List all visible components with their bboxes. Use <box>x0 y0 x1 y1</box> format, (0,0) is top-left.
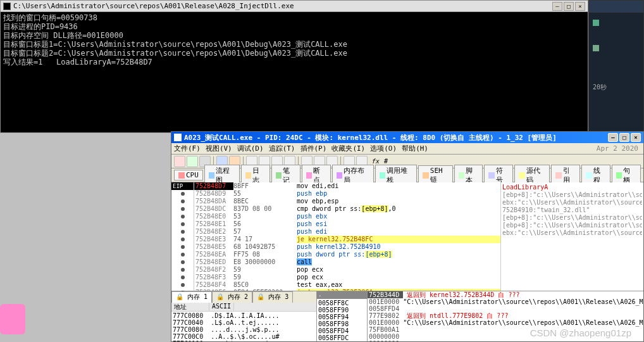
info-line: [ebp+8]:"c:\\Users\\Administrator\\sourc… <box>502 222 642 229</box>
disassembly[interactable]: 752B48D78BFFmov edi,edi752B48D955push eb… <box>194 182 500 291</box>
info-line: LoadLibraryA <box>502 184 642 191</box>
breakpoint-dot[interactable] <box>181 238 185 241</box>
memory-panel: 🔒 内存 1🔒 内存 2🔒 内存 3 地址 ASCII 777C0080 .D$… <box>171 291 317 341</box>
memory-tab[interactable]: 🔒 内存 1 <box>171 291 212 303</box>
disasm-row[interactable]: 752B48D78BFFmov edi,edi <box>194 182 500 190</box>
close-button[interactable]: × <box>631 133 641 142</box>
mem-header-addr: 地址 <box>171 303 209 311</box>
console-window: C:\Users\Administrator\source\repos\A001… <box>0 0 588 133</box>
side-panel-header <box>589 1 643 13</box>
memory-dump[interactable]: 777C0080 .D$.IA..I.A.IA.... 777C0040 .L$… <box>171 312 316 341</box>
disasm-row[interactable]: 752B48E156push esi <box>194 220 500 228</box>
stack-row[interactable]: 001E0000 "C:\\Users\\Administrator\\sour… <box>368 319 643 326</box>
menu-item[interactable]: 追踪(T) <box>269 144 295 153</box>
tab-icon <box>423 172 428 179</box>
gutter: EIP EDX <box>171 182 194 291</box>
console-output: 找到的窗口句柄=00590738 目标进程的PID=9436 目标内存空间 DL… <box>1 12 588 132</box>
menu-item[interactable]: 帮助(H) <box>402 144 428 153</box>
disasm-row[interactable]: 752B48E053push ebx <box>194 213 500 220</box>
stack-panel[interactable]: 752B344D 返回到 kernel32.752B344D 自 ???001E… <box>368 291 643 341</box>
taskbar-item[interactable] <box>0 304 25 334</box>
tab-CPU[interactable]: CPU <box>174 170 203 180</box>
stack-row[interactable]: 001E0000 "C:\\Users\\Administrator\\sour… <box>368 298 643 305</box>
stack-row[interactable]: 0058FFD4 <box>368 305 643 312</box>
menu-item[interactable]: 调试(D) <box>237 144 264 153</box>
breakpoint-dot[interactable] <box>181 200 185 203</box>
menu-item[interactable]: 选项(O) <box>370 144 397 153</box>
memory-tab[interactable]: 🔒 内存 2 <box>212 291 252 303</box>
side-panel: 20秒 <box>588 0 644 133</box>
square-icon <box>593 45 599 51</box>
exe-icon <box>3 3 11 10</box>
breakpoint-dot[interactable] <box>181 192 185 196</box>
maximize-button[interactable]: □ <box>564 2 574 11</box>
addr-header: . <box>317 291 367 299</box>
menu-item[interactable]: 视图(V) <box>206 144 232 153</box>
tab-icon <box>488 172 494 179</box>
info-line: 752B4910:"twain_32.dll" <box>502 206 642 214</box>
tabbar: CPU流程图日志笔记断点内存布局调用堆栈SEH链脚本符号源代码引用线程句柄 <box>171 168 643 182</box>
app-icon <box>174 134 182 141</box>
breakpoint-dot[interactable] <box>181 222 185 226</box>
tab-icon <box>380 172 385 179</box>
disasm-row[interactable]: 752B48E374 17je kernel32.752B48FC <box>194 236 500 243</box>
disasm-row[interactable]: 752B48E568 10492B75push kernel32.752B491… <box>194 243 500 251</box>
breakpoint-dot[interactable] <box>181 215 185 218</box>
disasm-row[interactable]: 752B48E257push edi <box>194 228 500 236</box>
breakpoint-dot[interactable] <box>181 245 185 249</box>
tab-icon <box>245 172 251 179</box>
maximize-button[interactable]: □ <box>619 133 629 142</box>
tab-icon <box>459 172 464 179</box>
tab-icon <box>276 172 282 179</box>
square-icon <box>593 20 599 26</box>
address-column: . 0058FF8C 0058FF90 0058FF94 0058FF98 00… <box>317 291 368 341</box>
disasm-row[interactable]: 752B48EAFF75 08push dword ptr ss:[ebp+8] <box>194 251 500 258</box>
menu-item[interactable]: 收藏夹(I) <box>331 144 365 153</box>
breakpoint-dot[interactable] <box>181 268 185 272</box>
main-panel: EIP EDX 752B48D78BFFmov edi,edi752B48D95… <box>171 182 643 291</box>
breakpoint-dot[interactable] <box>181 260 185 264</box>
mem-header-ascii: ASCII <box>209 303 234 311</box>
close-button[interactable]: × <box>575 2 585 11</box>
tab-icon <box>519 172 524 179</box>
console-titlebar[interactable]: C:\Users\Administrator\source\repos\A001… <box>1 1 588 12</box>
tab-icon <box>555 172 561 179</box>
tab-icon <box>616 172 622 179</box>
breakpoint-dot[interactable] <box>181 230 185 234</box>
disasm-row[interactable]: 752B48F485C0test eax,eax <box>194 281 500 289</box>
menu-item[interactable]: 插件(P) <box>300 144 327 153</box>
fx-label: fx <box>371 158 379 165</box>
menu-item: Apr 2 2020 <box>597 144 638 153</box>
stack-row[interactable]: 00000000 <box>368 340 643 341</box>
breakpoint-dot[interactable] <box>181 207 185 211</box>
breakpoint-dot[interactable] <box>181 253 185 256</box>
disasm-row[interactable]: 752B48DA8BECmov ebp,esp <box>194 198 500 205</box>
info-line: ebx:"c:\\Users\\Administrator\\source\\r… <box>502 229 642 237</box>
console-title: C:\Users\Administrator\source\repos\A001… <box>13 2 294 10</box>
disasm-row[interactable]: 752B48F60F84 CEEF0200je kernel32.752E38C… <box>194 289 500 291</box>
open-button[interactable] <box>174 156 185 167</box>
debugger-titlebar[interactable]: A023_测试CALL.exe - PID: 24DC - 模块: kernel… <box>171 132 643 143</box>
debugger-title: A023_测试CALL.exe - PID: 24DC - 模块: kernel… <box>184 133 557 142</box>
stack-row[interactable]: 777E9802 返回到 ntdll.777E9802 自 ??? <box>368 312 643 319</box>
menu-item[interactable]: 文件(F) <box>174 144 201 153</box>
bottom-panel: 🔒 内存 1🔒 内存 2🔒 内存 3 地址 ASCII 777C0080 .D$… <box>171 291 643 341</box>
disasm-row[interactable]: 752B48F359pop ecx <box>194 274 500 281</box>
restart-button[interactable] <box>187 156 198 167</box>
stack-row[interactable]: 752B344D 返回到 kernel32.752B344D 自 ??? <box>368 291 643 298</box>
disasm-row[interactable]: 752B48EDE8 30000000call <box>194 258 500 266</box>
disasm-row[interactable]: 752B48F259pop ecx <box>194 266 500 274</box>
breakpoint-dot[interactable] <box>181 276 185 279</box>
info-line: ebx:"c:\\Users\\Administrator\\source\\r… <box>502 199 642 206</box>
breakpoint-dot[interactable] <box>181 283 185 287</box>
disasm-row[interactable]: 752B48DC837D 08 00cmp dword ptr ss:[ebp+… <box>194 205 500 213</box>
memory-tab[interactable]: 🔒 内存 3 <box>252 291 293 303</box>
tab-icon <box>337 172 342 179</box>
minimize-button[interactable]: — <box>608 133 618 142</box>
stack-row[interactable]: 75FB00A1 <box>368 326 643 333</box>
disasm-row[interactable]: 752B48D955push ebp <box>194 190 500 198</box>
info-line: [ebp+8]:"c:\\Users\\Administrator\\sourc… <box>502 214 642 222</box>
hash-label: # <box>384 158 388 165</box>
minimize-button[interactable]: — <box>552 2 562 11</box>
stack-row[interactable]: 00000000 <box>368 333 643 340</box>
